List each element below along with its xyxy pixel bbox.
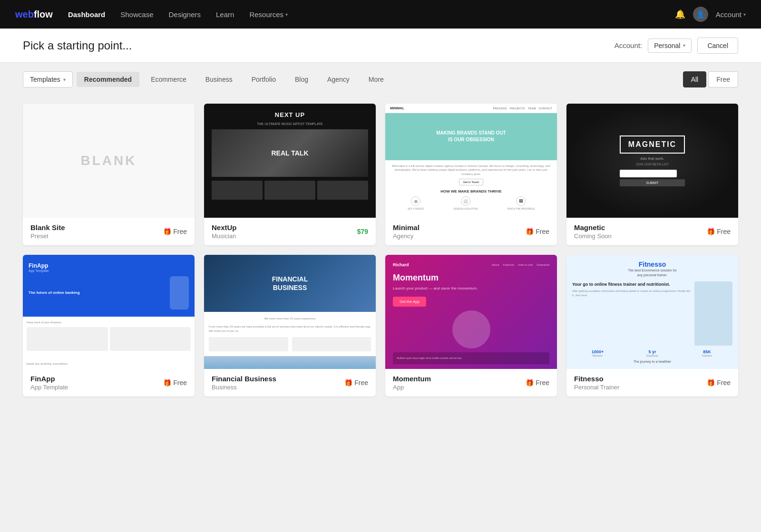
fitnesso-header: Fitnesso The best Ecommerce solution for… [572,261,732,278]
template-info-fitnesso: Fitnesso Personal Trainer [574,375,619,391]
momentum-cta-button: Get the App [393,297,426,307]
filter-portfolio[interactable]: Portfolio [244,72,283,87]
minimal-nav-logo: MINIMAL [390,106,404,110]
template-footer-finapp: FinApp App Template 🎁 Free [23,369,195,397]
page-header: Pick a starting point... Account: Person… [0,29,761,63]
bell-icon[interactable]: 🔔 [675,9,685,19]
gift-icon: 🎁 [163,228,171,235]
momentum-sub: Launch your product — and savor the mome… [393,286,549,290]
gift-icon: 🎁 [344,379,352,387]
finbiz-title: FINANCIALBUSINESS [272,275,308,292]
template-card-finbiz[interactable]: FINANCIALBUSINESS We have more than 25 y… [204,255,376,397]
filter-agency[interactable]: Agency [320,72,357,87]
finapp-footer-text: Easily buy anything, everywhere [27,362,191,365]
minimal-icon-target: ◎ [411,196,420,206]
filter-ecommerce[interactable]: Ecommerce [143,72,194,87]
chevron-down-icon: ▾ [683,43,685,48]
chevron-down-icon: ▾ [63,77,66,82]
template-info-nextup: NextUp Musician [212,223,237,240]
finbiz-section: From more than 25 years we have provided… [209,325,371,333]
minimal-icons: ◎ SET A TARGET ⬜ DESIGN A SOLUTION 🖼 TRA… [389,196,553,214]
nav-showcase[interactable]: Showcase [120,10,153,19]
template-info-momentum: Momentum App [393,375,431,391]
fitnesso-stat-value: 85K [682,349,732,354]
minimal-icon-item: ⬜ DESIGN A SOLUTION [454,196,478,210]
template-info-finbiz: Financial Business Business [212,375,276,391]
filter-recommended[interactable]: Recommended [77,72,139,87]
nav-resources[interactable]: Resources ▾ [249,10,288,19]
template-card-magnetic[interactable]: MAGNETIC Ads that work. JOIN OUR BETA LI… [566,104,738,245]
nextup-hero-image: REAL TALK [212,129,368,177]
account-nav[interactable]: Account ▾ [716,10,746,19]
gift-icon: 🎁 [707,379,715,387]
filter-blog[interactable]: Blog [287,72,316,87]
momentum-nav: Richard About Features How to Use Downlo… [393,262,549,267]
template-footer-blank: Blank Site Preset 🎁 Free [23,218,195,245]
nav-learn[interactable]: Learn [216,10,234,19]
template-card-finapp[interactable]: FinApp App Template The future of online… [23,255,195,397]
momentum-title: Momentum [393,273,549,283]
template-category: Preset [30,232,65,240]
finapp-body-text: Keep track of your finances [27,320,191,324]
account-dropdown[interactable]: Personal ▾ [648,39,692,53]
template-name: Momentum [393,375,431,383]
template-card-momentum[interactable]: Richard About Features How to Use Downlo… [385,255,557,397]
price-free-button[interactable]: Free [708,71,738,87]
fitnesso-stat-2: 5 yr Experience [627,349,678,357]
cancel-button[interactable]: Cancel [697,38,738,54]
nextup-thumb-3 [317,181,368,200]
nextup-real-talk: REAL TALK [271,149,308,157]
template-info-blank: Blank Site Preset [30,223,65,240]
template-category: Musician [212,232,237,240]
navbar: webflow Dashboard Showcase Designers Lea… [0,0,761,29]
logo[interactable]: webflow [15,9,53,20]
avatar[interactable]: 👤 [693,7,708,22]
template-footer-fitnesso: Fitnesso Personal Trainer 🎁 Free [566,369,738,397]
template-footer-nextup: NextUp Musician $79 [204,218,376,245]
fitnesso-stat-label: Experience [627,354,678,357]
template-category: App [393,384,431,391]
nav-dashboard[interactable]: Dashboard [68,10,105,19]
template-name: FinApp [30,375,68,383]
finapp-hero-content: The future of online banking [29,276,189,310]
templates-dropdown[interactable]: Templates ▾ [23,71,73,87]
template-category: Agency [393,232,420,240]
momentum-bottom-text: Nullam quis risus eget urna mollis ornar… [397,356,546,360]
finapp-brand: FinApp [29,262,189,269]
template-preview-momentum: Richard About Features How to Use Downlo… [385,255,557,369]
fitnesso-section-text: After getting countless comments and bei… [572,289,691,298]
fitnesso-stat-3: 85K Followers [682,349,732,357]
template-card-nextup[interactable]: NEXT UP THE ULTIMATE MUSIC ARTIST TEMPLA… [204,104,376,245]
momentum-hero-content: Momentum Launch your product — and savor… [393,273,549,348]
template-card-fitnesso[interactable]: Fitnesso The best Ecommerce solution for… [566,255,738,397]
nav-designers[interactable]: Designers [168,10,201,19]
momentum-bottom: Nullam quis risus eget urna mollis ornar… [393,352,549,364]
template-category: Business [212,384,276,391]
template-footer-momentum: Momentum App 🎁 Free [385,369,557,397]
minimal-nav-link: PROJECTS [510,107,525,110]
template-name: Minimal [393,223,420,232]
price-all-button[interactable]: All [683,71,707,87]
template-preview-magnetic: MAGNETIC Ads that work. JOIN OUR BETA LI… [566,104,738,218]
minimal-nav-link: CONTACT [538,107,552,110]
filter-business[interactable]: Business [198,72,240,87]
filter-more[interactable]: More [361,72,391,87]
template-category: Coming Soon [574,232,612,240]
fitnesso-stats: 1000+ Members 5 yr Experience 85K Follow… [572,349,732,357]
minimal-section-title: HOW WE MAKE BRANDS THRIVE [389,189,553,193]
template-card-minimal[interactable]: MINIMAL PROCESS PROJECTS TEAM CONTACT MA… [385,104,557,245]
chevron-down-icon: ▾ [743,12,746,17]
nextup-thumb-2 [264,181,315,200]
template-price: 🎁 Free [526,228,549,235]
template-preview-minimal: MINIMAL PROCESS PROJECTS TEAM CONTACT MA… [385,104,557,218]
minimal-icon-label: SET A TARGET [408,207,424,210]
minimal-icon-item: ◎ SET A TARGET [408,196,424,210]
finapp-hero: FinApp App Template The future of online… [23,255,195,317]
finbiz-bridge-image [204,356,376,369]
finapp-card-2 [110,327,191,351]
finapp-footer-area: Easily buy anything, everywhere [23,358,195,369]
finapp-sub: App Template [29,269,189,272]
template-name: NextUp [212,223,237,232]
template-price: 🎁 Free [163,228,187,235]
template-card-blank[interactable]: BLANK Blank Site Preset 🎁 Free [23,104,195,245]
